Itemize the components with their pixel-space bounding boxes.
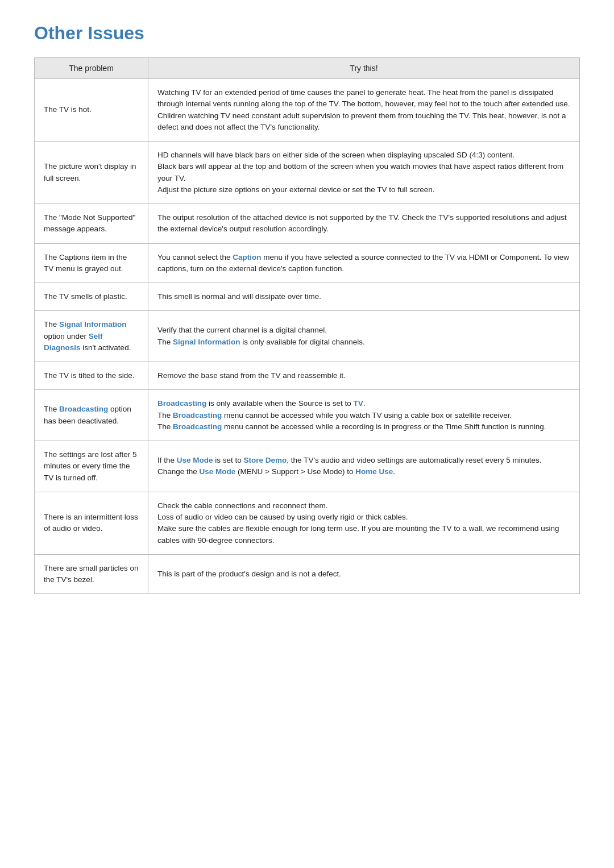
problem-cell: The TV is hot. (35, 79, 148, 142)
solution-cell: Remove the base stand from the TV and re… (148, 362, 580, 390)
problem-cell: The Captions item in the TV menu is gray… (35, 243, 148, 283)
solution-cell: Check the cable connections and reconnec… (148, 492, 580, 554)
solution-cell: This smell is normal and will dissipate … (148, 283, 580, 311)
solution-link[interactable]: Store Demo (244, 456, 287, 464)
solution-cell: Verify that the current channel is a dig… (148, 311, 580, 362)
problem-cell: The settings are lost after 5 minutes or… (35, 441, 148, 492)
solution-cell: HD channels will have black bars on eith… (148, 142, 580, 204)
solution-cell: The output resolution of the attached de… (148, 204, 580, 244)
solution-link[interactable]: Use Mode (177, 456, 213, 464)
problem-link[interactable]: Signal Information (59, 320, 127, 329)
solution-cell: Broadcasting is only available when the … (148, 390, 580, 441)
table-row: The TV is tilted to the side.Remove the … (35, 362, 580, 390)
solution-link[interactable]: Home Use (355, 467, 393, 476)
problem-cell: The TV is tilted to the side. (35, 362, 148, 390)
solution-link[interactable]: Broadcasting (173, 422, 222, 431)
solution-link[interactable]: TV (353, 399, 363, 408)
solution-cell: You cannot select the Caption menu if yo… (148, 243, 580, 283)
problem-link[interactable]: Self Diagnosis (44, 332, 103, 352)
problem-cell: The picture won't display in full screen… (35, 142, 148, 204)
issues-table: The problem Try this! The TV is hot.Watc… (34, 57, 580, 594)
table-row: There are small particles on the TV's be… (35, 554, 580, 594)
table-row: There is an intermittent loss of audio o… (35, 492, 580, 554)
table-row: The Signal Information option under Self… (35, 311, 580, 362)
solution-cell: Watching TV for an extended period of ti… (148, 79, 580, 142)
solution-link[interactable]: Broadcasting (157, 399, 206, 408)
problem-link[interactable]: Broadcasting (59, 405, 108, 413)
table-row: The Captions item in the TV menu is gray… (35, 243, 580, 283)
solution-cell: This is part of the product's design and… (148, 554, 580, 594)
table-row: The TV is hot.Watching TV for an extende… (35, 79, 580, 142)
table-row: The Broadcasting option has been deactiv… (35, 390, 580, 441)
table-row: The picture won't display in full screen… (35, 142, 580, 204)
problem-cell: The Broadcasting option has been deactiv… (35, 390, 148, 441)
solution-cell: If the Use Mode is set to Store Demo, th… (148, 441, 580, 492)
solution-link[interactable]: Caption (233, 253, 261, 261)
col-try-header: Try this! (148, 58, 580, 79)
table-row: The "Mode Not Supported" message appears… (35, 204, 580, 244)
solution-link[interactable]: Signal Information (173, 338, 240, 346)
page-title: Other Issues (34, 23, 580, 44)
solution-link[interactable]: Broadcasting (173, 411, 222, 420)
problem-cell: The TV smells of plastic. (35, 283, 148, 311)
problem-cell: The Signal Information option under Self… (35, 311, 148, 362)
problem-cell: There are small particles on the TV's be… (35, 554, 148, 594)
problem-cell: The "Mode Not Supported" message appears… (35, 204, 148, 244)
problem-cell: There is an intermittent loss of audio o… (35, 492, 148, 554)
solution-link[interactable]: Use Mode (200, 467, 236, 476)
col-problem-header: The problem (35, 58, 148, 79)
table-row: The TV smells of plastic.This smell is n… (35, 283, 580, 311)
table-row: The settings are lost after 5 minutes or… (35, 441, 580, 492)
